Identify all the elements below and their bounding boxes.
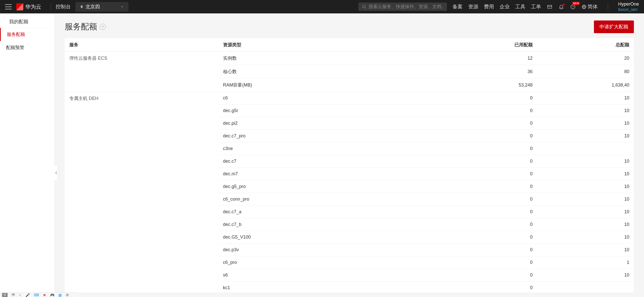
col-used: 已用配额 <box>446 38 537 52</box>
global-search[interactable] <box>358 3 447 11</box>
total-cell: 10 <box>537 269 634 282</box>
total-cell: 80 <box>537 65 634 78</box>
resource-type-cell: 核心数 <box>219 65 446 78</box>
total-cell: 10 <box>537 193 634 206</box>
nav-beian[interactable]: 备案 <box>453 3 463 10</box>
total-cell: 20 <box>537 52 634 65</box>
used-cell: 0 <box>446 142 537 155</box>
page-title: 服务配额 <box>65 21 97 32</box>
used-cell: 0 <box>446 206 537 218</box>
used-cell: 0 <box>446 104 537 117</box>
sidebar-item-1[interactable]: 配额预警 <box>0 41 54 54</box>
sidebar-item-0[interactable]: 服务配额 <box>0 28 54 41</box>
notification-dot <box>563 4 565 6</box>
language-selector[interactable]: 简体 <box>582 3 598 10</box>
ime-settings-icon[interactable]: ⚙ <box>66 293 69 297</box>
quota-table: 服务 资源类型 已用配额 总配额 弹性云服务器 ECS实例数1220核心数368… <box>65 38 634 292</box>
ime-punct-icon[interactable]: •, <box>19 293 22 297</box>
apply-quota-button[interactable]: 申请扩大配额 <box>594 20 634 33</box>
svg-point-0 <box>362 5 365 8</box>
resource-type-cell: dec.G5_V100 <box>219 231 446 244</box>
used-cell: 0 <box>446 269 537 282</box>
resource-type-cell: RAM容量(MB) <box>219 78 446 92</box>
col-total: 总配额 <box>537 38 634 52</box>
user-menu[interactable]: HyperOne liuxun_iam <box>618 2 639 12</box>
nav-enterprise[interactable]: 企业 <box>500 3 510 10</box>
resource-type-cell: dec.c7_b <box>219 218 446 231</box>
nav-tools[interactable]: 工具 <box>515 3 525 10</box>
nav-resource[interactable]: 资源 <box>468 3 478 10</box>
total-cell: 10 <box>537 168 634 180</box>
service-cell: 弹性云服务器 ECS <box>65 52 219 92</box>
main-content: 服务配额 ? 申请扩大配额 服务 资源类型 已用配额 总配额 弹性云服务器 EC… <box>55 13 644 292</box>
ime-emoji-icon[interactable]: ❀ <box>43 293 46 297</box>
used-cell: 0 <box>446 282 537 293</box>
used-cell: 0 <box>446 193 537 206</box>
region-selector[interactable]: 北京四 <box>75 2 128 12</box>
ime-voice-icon[interactable]: 🎤 <box>26 293 30 297</box>
resource-type-cell: dec.c7_a <box>219 206 446 218</box>
resource-type-cell: c3ne <box>219 142 446 155</box>
nav-tickets[interactable]: 工单 <box>531 3 541 10</box>
resource-type-cell: s6 <box>219 269 446 282</box>
resource-type-cell: dec.g5r <box>219 104 446 117</box>
total-cell <box>537 142 634 155</box>
svg-rect-2 <box>548 5 552 8</box>
resource-type-cell: c6 <box>219 92 446 104</box>
used-cell: 0 <box>446 130 537 142</box>
total-cell: 10 <box>537 244 634 256</box>
resource-type-cell: dec.c7_pro <box>219 130 446 142</box>
divider <box>608 4 608 10</box>
brand-name[interactable]: 华为云 <box>25 3 41 10</box>
used-cell: 0 <box>446 117 537 130</box>
message-icon[interactable] <box>547 4 553 10</box>
used-cell: 0 <box>446 231 537 244</box>
menu-icon[interactable] <box>5 4 12 9</box>
help-center-icon[interactable]: ?NEW <box>570 4 576 10</box>
help-icon[interactable]: ? <box>100 24 106 30</box>
svg-line-1 <box>365 7 366 9</box>
resource-type-cell: dec.pi2 <box>219 117 446 130</box>
total-cell <box>537 282 634 293</box>
ime-gamepad-icon[interactable]: 🎮 <box>50 293 54 297</box>
search-input[interactable] <box>369 4 443 9</box>
resource-type-cell: kc1 <box>219 282 446 293</box>
used-cell: 53,248 <box>446 78 537 92</box>
svg-text:?: ? <box>572 5 574 8</box>
divider <box>51 4 51 10</box>
globe-icon <box>582 4 587 9</box>
ime-keyboard-icon[interactable]: ⌨ <box>34 293 39 297</box>
total-cell: 10 <box>537 231 634 244</box>
resource-type-cell: dec.p3v <box>219 244 446 256</box>
total-cell: 1 <box>537 256 634 269</box>
sidebar-section-title: 我的配额 <box>3 13 51 28</box>
used-cell: 0 <box>446 92 537 104</box>
ime-grid-icon[interactable]: ▦ <box>58 293 62 297</box>
table-header-row: 服务 资源类型 已用配额 总配额 <box>65 38 634 52</box>
top-nav: 华为云 控制台 北京四 备案 资源 费用 企业 工具 工单 ?NEW 简体 Hy… <box>0 0 644 13</box>
service-cell: 专属主机 DEH <box>65 92 219 293</box>
resource-type-cell: c6_pro <box>219 256 446 269</box>
ime-mode[interactable]: 中 <box>12 293 15 297</box>
total-cell: 10 <box>537 92 634 104</box>
iam-name: liuxun_iam <box>618 7 639 12</box>
topbar-right: 备案 资源 费用 企业 工具 工单 ?NEW 简体 HyperOne liuxu… <box>358 2 639 12</box>
bell-icon[interactable] <box>558 4 564 10</box>
language-label: 简体 <box>588 3 598 10</box>
used-cell: 36 <box>446 65 537 78</box>
total-cell: 10 <box>537 218 634 231</box>
total-cell: 10 <box>537 155 634 168</box>
resource-type-cell: c6_conn_pro <box>219 193 446 206</box>
total-cell: 10 <box>537 130 634 142</box>
new-badge: NEW <box>572 2 580 5</box>
location-icon <box>80 5 83 9</box>
ime-logo-icon[interactable]: S <box>2 293 8 297</box>
used-cell: 0 <box>446 168 537 180</box>
account-name: HyperOne <box>618 2 639 7</box>
nav-billing[interactable]: 费用 <box>484 3 494 10</box>
total-cell: 1,638,40 <box>537 78 634 92</box>
huawei-logo-icon <box>16 3 23 10</box>
console-link[interactable]: 控制台 <box>56 3 71 10</box>
table-row: 弹性云服务器 ECS实例数1220 <box>65 52 634 65</box>
resource-type-cell: dec.m7 <box>219 168 446 180</box>
